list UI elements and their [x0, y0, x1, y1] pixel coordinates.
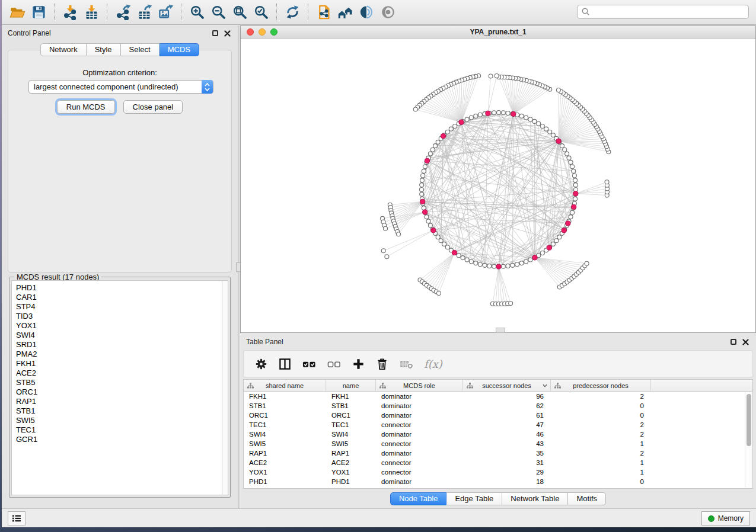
- table-cell[interactable]: YOX1: [326, 467, 376, 477]
- graph-node[interactable]: [524, 259, 528, 264]
- graph-node[interactable]: [548, 130, 552, 134]
- table-cell[interactable]: FKH1: [244, 392, 326, 401]
- graph-node[interactable]: [567, 156, 571, 160]
- table-row[interactable]: YOX1YOX1connector291: [244, 467, 752, 477]
- graph-node[interactable]: [563, 148, 567, 152]
- graph-node[interactable]: [528, 117, 532, 121]
- mcds-result-item[interactable]: PHD1: [16, 283, 222, 293]
- graph-node[interactable]: [420, 183, 424, 187]
- graph-node[interactable]: [453, 124, 457, 129]
- table-scrollbar-thumb[interactable]: [747, 394, 751, 446]
- graph-mcds-node[interactable]: [420, 199, 425, 204]
- graph-mcds-node[interactable]: [566, 221, 570, 226]
- table-cell[interactable]: 1: [551, 439, 651, 448]
- graph-mcds-node[interactable]: [423, 210, 428, 214]
- column-header-predecessor-nodes[interactable]: predecessor nodes: [551, 380, 651, 391]
- column-header-successor-nodes[interactable]: successor nodes: [463, 380, 551, 391]
- graph-node[interactable]: [469, 259, 473, 264]
- network-canvas[interactable]: [241, 39, 755, 332]
- close-table-panel-icon[interactable]: [742, 339, 749, 345]
- graph-mcds-node[interactable]: [441, 134, 445, 139]
- close-panel-button[interactable]: Close panel: [123, 100, 183, 114]
- graph-node[interactable]: [474, 114, 478, 118]
- table-cell[interactable]: PHD1: [244, 477, 326, 486]
- deselect-all-button[interactable]: [327, 357, 342, 371]
- tab-select[interactable]: Select: [121, 43, 160, 56]
- graph-mcds-node[interactable]: [425, 158, 429, 163]
- zoom-in-button[interactable]: [186, 2, 208, 23]
- table-cell[interactable]: 47: [463, 420, 551, 430]
- table-cell[interactable]: connector: [376, 439, 463, 448]
- table-cell[interactable]: 2: [551, 420, 651, 430]
- table-cell[interactable]: STB1: [326, 401, 376, 411]
- graph-node[interactable]: [509, 301, 513, 305]
- import-network-button[interactable]: [59, 2, 81, 23]
- table-cell[interactable]: 1: [551, 467, 651, 477]
- table-cell[interactable]: YOX1: [244, 467, 326, 477]
- graph-node[interactable]: [425, 215, 429, 219]
- graph-node[interactable]: [487, 264, 492, 268]
- import-table-button[interactable]: [81, 2, 102, 23]
- graph-node[interactable]: [478, 113, 482, 117]
- graph-node[interactable]: [445, 130, 449, 134]
- graph-node[interactable]: [428, 223, 432, 227]
- hide-graphics-details-button[interactable]: [356, 2, 377, 23]
- graph-node[interactable]: [457, 254, 461, 258]
- graph-mcds-node[interactable]: [556, 139, 561, 143]
- graph-mcds-node[interactable]: [431, 228, 436, 233]
- mcds-result-item[interactable]: YOX1: [16, 321, 222, 331]
- graph-node[interactable]: [528, 258, 532, 262]
- graph-node[interactable]: [540, 124, 544, 129]
- graph-node[interactable]: [605, 180, 609, 184]
- graph-mcds-node[interactable]: [532, 255, 537, 260]
- graph-node[interactable]: [585, 261, 589, 265]
- graph-node[interactable]: [519, 114, 524, 118]
- table-cell[interactable]: ACE2: [326, 458, 376, 467]
- table-cell[interactable]: connector: [376, 458, 463, 467]
- graph-mcds-node[interactable]: [459, 120, 464, 124]
- graph-node[interactable]: [421, 174, 425, 178]
- mcds-result-item[interactable]: TID3: [16, 312, 222, 321]
- mcds-result-item[interactable]: ACE2: [16, 368, 222, 378]
- graph-node[interactable]: [436, 140, 440, 144]
- table-cell[interactable]: dominator: [376, 411, 463, 420]
- tab-motifs[interactable]: Motifs: [568, 492, 606, 505]
- graph-node[interactable]: [540, 251, 544, 255]
- graph-mcds-node[interactable]: [496, 264, 501, 269]
- graph-node[interactable]: [437, 291, 441, 295]
- mcds-result-item[interactable]: TEC1: [16, 425, 222, 435]
- table-cell[interactable]: 0: [551, 411, 651, 420]
- table-cell[interactable]: 18: [463, 477, 551, 486]
- graph-node[interactable]: [506, 264, 510, 268]
- tab-edge-table[interactable]: Edge Table: [446, 492, 502, 505]
- graph-mcds-node[interactable]: [452, 250, 457, 255]
- close-panel-icon[interactable]: [224, 30, 231, 37]
- mcds-result-item[interactable]: ORC1: [16, 387, 222, 397]
- graph-node[interactable]: [461, 256, 465, 260]
- search-input[interactable]: [591, 7, 748, 17]
- table-cell[interactable]: ACE2: [244, 458, 326, 467]
- mcds-result-item[interactable]: SWI5: [16, 416, 222, 425]
- memory-button[interactable]: Memory: [701, 511, 750, 525]
- column-header-MCDS-role[interactable]: MCDS role: [376, 380, 463, 391]
- graph-node[interactable]: [420, 188, 424, 192]
- mcds-result-item[interactable]: STP4: [16, 302, 222, 312]
- network-window-titlebar[interactable]: YPA_prune.txt_1: [241, 26, 755, 39]
- table-cell[interactable]: 1: [551, 458, 651, 467]
- mcds-result-item[interactable]: RAP1: [16, 397, 222, 406]
- tab-node-table[interactable]: Node Table: [390, 492, 447, 505]
- graph-node[interactable]: [396, 232, 400, 236]
- graph-node[interactable]: [492, 111, 496, 115]
- graph-node[interactable]: [556, 88, 560, 92]
- table-cell[interactable]: 2: [551, 430, 651, 439]
- graph-node[interactable]: [384, 226, 388, 230]
- graph-node[interactable]: [420, 178, 424, 182]
- graph-node[interactable]: [422, 169, 426, 173]
- table-cell[interactable]: SWI4: [326, 430, 376, 439]
- table-cell[interactable]: 43: [463, 439, 551, 448]
- export-image-button[interactable]: [155, 2, 176, 23]
- table-cell[interactable]: dominator: [376, 392, 463, 401]
- column-header-shared-name[interactable]: shared name: [244, 380, 326, 391]
- graph-node[interactable]: [565, 152, 569, 156]
- graph-node[interactable]: [497, 111, 501, 115]
